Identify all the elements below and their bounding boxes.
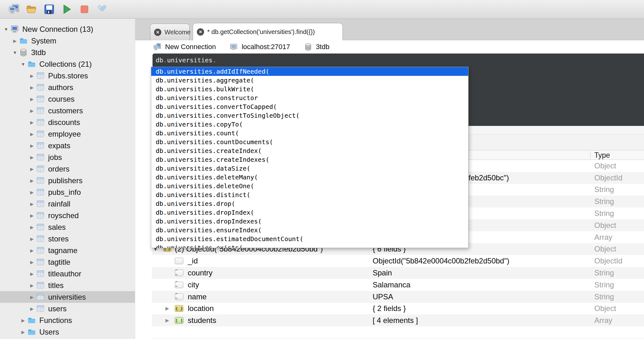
code-token: db xyxy=(156,56,163,64)
expand-icon[interactable]: ▶ xyxy=(28,167,36,172)
tree-item-functions[interactable]: ▶Functions xyxy=(0,314,135,326)
stop-button[interactable] xyxy=(75,3,93,16)
tree-item-courses[interactable]: ▶courses xyxy=(0,93,135,105)
tab-welcome[interactable]: ✕ Welcome xyxy=(150,24,190,40)
expand-icon[interactable]: ▶ xyxy=(165,314,169,326)
autocomplete-item[interactable]: db.universities.bulkWrite( xyxy=(151,85,468,93)
autocomplete-item[interactable]: db.universities.copyTo( xyxy=(151,120,468,129)
breadcrumb-database[interactable]: 3tdb xyxy=(304,43,330,51)
autocomplete-item[interactable]: db.universities.exists( xyxy=(151,243,468,248)
tree-item-publishers[interactable]: ▶publishers xyxy=(0,175,135,186)
breadcrumb-connection[interactable]: New Connection xyxy=(153,43,216,51)
type-cell: Array xyxy=(594,231,612,243)
close-tab-icon[interactable]: ✕ xyxy=(197,28,204,36)
tree-item-system[interactable]: ▶System xyxy=(0,35,135,47)
expand-icon[interactable]: ▶ xyxy=(19,330,27,335)
expand-icon[interactable]: ▶ xyxy=(28,236,36,241)
expand-icon[interactable]: ▶ xyxy=(28,132,36,137)
open-folder-button[interactable] xyxy=(23,3,40,16)
expand-icon[interactable]: ▶ xyxy=(28,143,36,148)
result-row-students[interactable]: ▶[ ]students[ 4 elements ]Array xyxy=(152,314,644,326)
tree-item-discounts[interactable]: ▶discounts xyxy=(0,116,135,128)
key-cell: name xyxy=(188,291,207,303)
expand-icon[interactable]: ▶ xyxy=(28,190,36,195)
autocomplete-item[interactable]: db.universities.createIndexes( xyxy=(151,155,468,164)
autocomplete-item[interactable]: db.universities.dropIndex( xyxy=(151,208,468,217)
expand-icon[interactable]: ▶ xyxy=(28,85,36,90)
autocomplete-item[interactable]: db.universities.convertToCapped( xyxy=(151,102,468,111)
tree-item-titleauthor[interactable]: ▶titleauthor xyxy=(0,268,135,280)
tree-item-tagtitle[interactable]: ▶tagtitle xyxy=(0,256,135,268)
autocomplete-item[interactable]: db.universities.aggregate( xyxy=(151,76,468,85)
tree-item-sales[interactable]: ▶sales xyxy=(0,221,135,233)
expand-icon[interactable]: ▶ xyxy=(19,318,27,323)
save-button[interactable] xyxy=(40,3,58,16)
autocomplete-item[interactable]: db.universities.dataSize( xyxy=(151,164,468,173)
collection-icon xyxy=(36,176,45,185)
expand-icon[interactable]: ▶ xyxy=(165,303,169,315)
tree-item-new-connection-13[interactable]: ▼New Connection (13) xyxy=(0,23,135,35)
tree-item-orders[interactable]: ▶orders xyxy=(0,163,135,175)
tab-query[interactable]: ✕ * db.getCollection('universities').fin… xyxy=(193,23,343,40)
tree-item-pubs-info[interactable]: ▶pubs_info xyxy=(0,186,135,198)
autocomplete-item[interactable]: db.universities.deleteOne( xyxy=(151,182,468,190)
tree-item-pubs-stores[interactable]: ▶Pubs.stores xyxy=(0,70,135,82)
expand-icon[interactable]: ▶ xyxy=(28,283,36,288)
refresh-button[interactable] xyxy=(93,3,111,16)
breadcrumb-host[interactable]: localhost:27017 xyxy=(230,43,290,51)
close-tab-icon[interactable]: ✕ xyxy=(154,29,161,36)
connections-button[interactable] xyxy=(5,3,23,16)
autocomplete-item[interactable]: db.universities.ensureIndex( xyxy=(151,226,468,234)
expand-icon[interactable]: ▶ xyxy=(28,73,36,78)
autocomplete-item[interactable]: db.universities.count( xyxy=(151,129,468,138)
expand-icon[interactable]: ▶ xyxy=(28,260,36,265)
tree-item-employee[interactable]: ▶employee xyxy=(0,128,135,140)
tree-item-roysched[interactable]: ▶roysched xyxy=(0,210,135,221)
autocomplete-item[interactable]: db.universities.convertToSingleObject( xyxy=(151,111,468,120)
expand-icon[interactable]: ▶ xyxy=(28,225,36,230)
tree-item-universities[interactable]: ▶universities xyxy=(0,291,135,303)
tree-item-jobs[interactable]: ▶jobs xyxy=(0,151,135,163)
expand-icon[interactable]: ▶ xyxy=(28,271,36,276)
tree-item-customers[interactable]: ▶customers xyxy=(0,105,135,116)
tree-item-authors[interactable]: ▶authors xyxy=(0,82,135,93)
tree-item-tagname[interactable]: ▶tagname xyxy=(0,245,135,256)
expand-icon[interactable]: ▶ xyxy=(28,295,36,300)
result-row-id[interactable]: _idObjectId("5b842e0004c00b2feb2d50bd")O… xyxy=(152,255,644,267)
expand-icon[interactable]: ▶ xyxy=(28,248,36,253)
collapse-icon[interactable]: ▼ xyxy=(11,50,19,55)
expand-icon[interactable]: ▶ xyxy=(28,213,36,218)
tree-item-titles[interactable]: ▶titles xyxy=(0,280,135,291)
result-row-city[interactable]: " "citySalamancaString xyxy=(152,279,644,291)
result-row-location[interactable]: ▶{ }location{ 2 fields }Object xyxy=(152,303,644,315)
tree-item-rainfall[interactable]: ▶rainfall xyxy=(0,198,135,210)
autocomplete-item[interactable]: db.universities.addIdIfNeeded( xyxy=(151,67,468,76)
tree-item-expats[interactable]: ▶expats xyxy=(0,140,135,151)
autocomplete-item[interactable]: db.universities.deleteMany( xyxy=(151,173,468,182)
collapse-icon[interactable]: ▼ xyxy=(2,27,10,32)
autocomplete-item[interactable]: db.universities.countDocuments( xyxy=(151,138,468,146)
expand-icon[interactable]: ▶ xyxy=(28,155,36,160)
expand-icon[interactable]: ▶ xyxy=(28,178,36,183)
collapse-icon[interactable]: ▼ xyxy=(19,62,27,67)
autocomplete-item[interactable]: db.universities.createIndex( xyxy=(151,146,468,155)
expand-icon[interactable]: ▶ xyxy=(28,108,36,113)
result-row-country[interactable]: " "countrySpainString xyxy=(152,267,644,279)
expand-icon[interactable]: ▶ xyxy=(11,38,19,43)
autocomplete-item[interactable]: db.universities.constructor xyxy=(151,93,468,102)
result-row-name[interactable]: " "nameUPSAString xyxy=(152,291,644,303)
autocomplete-item[interactable]: db.universities.distinct( xyxy=(151,190,468,199)
expand-icon[interactable]: ▶ xyxy=(28,120,36,125)
tree-item-3tdb[interactable]: ▼3tdb xyxy=(0,47,135,58)
autocomplete-item[interactable]: db.universities.estimatedDocumentCount( xyxy=(151,234,468,243)
tree-item-users[interactable]: ▶users xyxy=(0,303,135,314)
autocomplete-item[interactable]: db.universities.dropIndexes( xyxy=(151,217,468,226)
autocomplete-item[interactable]: db.universities.drop( xyxy=(151,199,468,208)
tree-item-stores[interactable]: ▶stores xyxy=(0,233,135,245)
expand-icon[interactable]: ▶ xyxy=(28,201,36,206)
expand-icon[interactable]: ▶ xyxy=(28,306,36,311)
tree-item-users[interactable]: ▶Users xyxy=(0,326,135,338)
run-button[interactable] xyxy=(58,3,75,16)
expand-icon[interactable]: ▶ xyxy=(28,97,36,102)
tree-item-collections-21[interactable]: ▼Collections (21) xyxy=(0,58,135,70)
